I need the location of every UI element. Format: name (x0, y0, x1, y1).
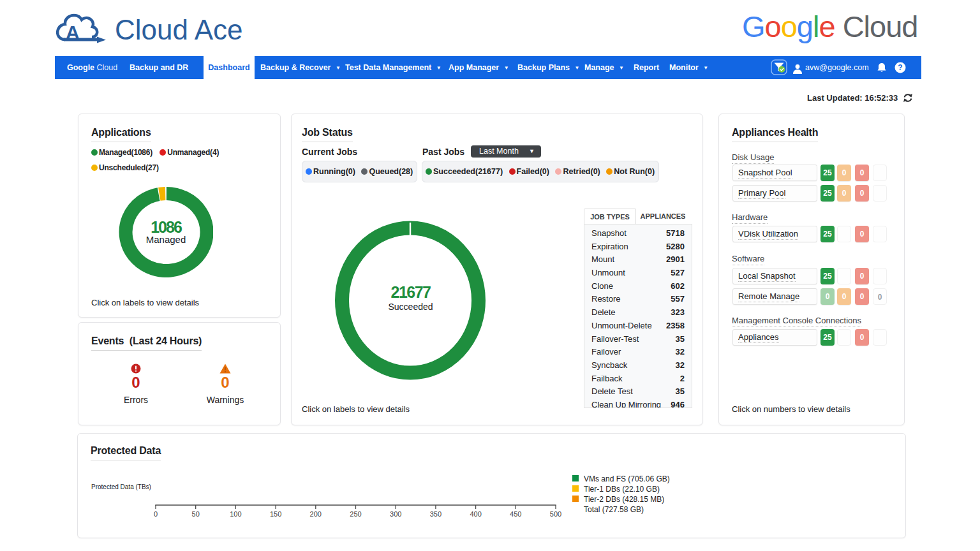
svg-text:?: ? (898, 63, 902, 72)
svg-text:350: 350 (430, 510, 442, 518)
svg-text:400: 400 (470, 510, 481, 518)
svg-text:0: 0 (154, 510, 158, 518)
svg-text:Cloud Ace: Cloud Ace (115, 14, 243, 45)
svg-text:150: 150 (270, 510, 281, 518)
svg-text:250: 250 (350, 510, 361, 518)
svg-text:200: 200 (310, 510, 322, 518)
svg-text:450: 450 (510, 510, 521, 518)
svg-text:300: 300 (390, 510, 401, 518)
svg-text:50: 50 (192, 510, 200, 518)
svg-text:500: 500 (550, 510, 561, 518)
svg-text:A: A (66, 22, 80, 43)
svg-text:100: 100 (230, 510, 241, 518)
